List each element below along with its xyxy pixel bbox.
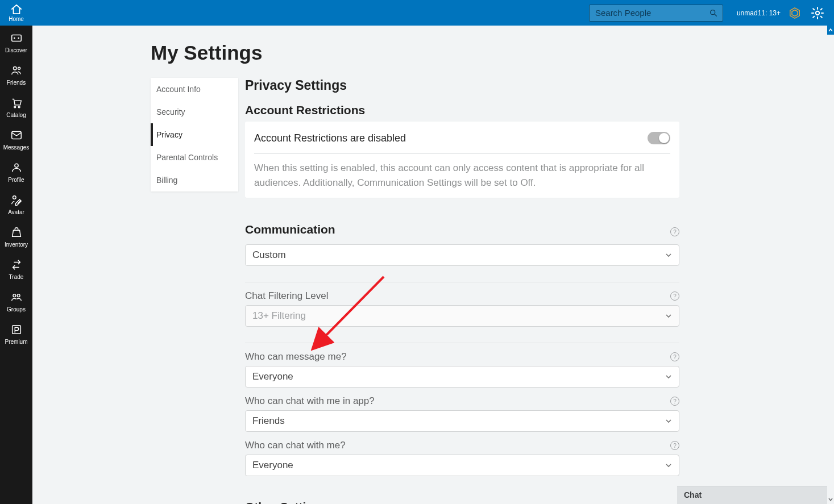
sidebar-item-profile[interactable]: Profile <box>0 161 32 183</box>
who-can-message-select[interactable]: Everyone <box>245 366 679 388</box>
svg-point-9 <box>18 67 20 69</box>
friends-icon <box>10 64 23 77</box>
divider <box>245 343 679 343</box>
sidebar-item-discover[interactable]: Discover <box>0 31 32 53</box>
home-label: Home <box>9 16 24 22</box>
chat-filtering-label: Chat Filtering Level <box>245 290 328 302</box>
settings-content: Privacy Settings Account Restrictions Ac… <box>245 78 679 504</box>
user-age-label[interactable]: unmad11: 13+ <box>737 9 781 17</box>
trade-icon <box>10 258 23 272</box>
svg-point-16 <box>17 294 20 297</box>
svg-point-6 <box>13 38 15 39</box>
other-settings-heading: Other Settings <box>245 500 679 504</box>
communication-mode-value: Custom <box>252 249 286 261</box>
who-can-chat-value: Everyone <box>252 460 293 471</box>
sidebar-item-avatar[interactable]: Avatar <box>0 193 32 215</box>
chevron-down-icon <box>665 373 672 380</box>
home-icon <box>10 3 23 15</box>
account-restrictions-card: Account Restrictions are disabled When t… <box>245 122 679 198</box>
settings-nav: Account Info Security Privacy Parental C… <box>151 78 238 191</box>
svg-point-8 <box>13 67 16 70</box>
search-box[interactable] <box>589 5 723 22</box>
who-can-chat-app-select[interactable]: Friends <box>245 410 679 432</box>
communication-heading: Communication <box>245 223 335 236</box>
account-restrictions-status: Account Restrictions are disabled <box>254 132 406 144</box>
svg-point-15 <box>13 294 15 297</box>
inventory-icon <box>10 226 23 239</box>
home-button[interactable]: Home <box>0 0 32 26</box>
sidebar-item-messages[interactable]: Messages <box>0 128 32 151</box>
sidebar-item-label: Messages <box>3 144 30 151</box>
scroll-down-icon[interactable] <box>827 495 834 504</box>
divider <box>245 282 679 282</box>
sidebar-item-catalog[interactable]: Catalog <box>0 96 32 118</box>
settings-nav-security[interactable]: Security <box>151 101 238 123</box>
communication-mode-select[interactable]: Custom <box>245 244 679 266</box>
avatar-icon <box>10 193 23 207</box>
svg-point-4 <box>816 11 819 14</box>
svg-point-0 <box>711 10 715 14</box>
sidebar-item-label: Avatar <box>8 209 24 215</box>
sidebar: Discover Friends Catalog Messages Profil… <box>0 26 32 504</box>
sidebar-item-label: Profile <box>8 177 24 183</box>
svg-point-10 <box>14 106 15 108</box>
messages-icon <box>10 128 23 142</box>
who-can-chat-app-value: Friends <box>252 415 285 427</box>
sidebar-item-label: Groups <box>7 306 26 313</box>
help-icon[interactable]: ? <box>670 441 679 450</box>
settings-nav-account-info[interactable]: Account Info <box>151 78 238 101</box>
sidebar-item-friends[interactable]: Friends <box>0 64 32 86</box>
who-can-message-value: Everyone <box>252 371 293 382</box>
who-can-chat-select[interactable]: Everyone <box>245 455 679 476</box>
robux-icon[interactable] <box>787 5 802 22</box>
sidebar-item-premium[interactable]: Premium <box>0 323 32 345</box>
settings-nav-privacy[interactable]: Privacy <box>151 123 238 146</box>
main-content: My Settings Account Info Security Privac… <box>32 26 827 504</box>
chat-filtering-select[interactable]: 13+ Filtering <box>245 305 679 327</box>
profile-icon <box>10 161 23 174</box>
sidebar-item-label: Friends <box>7 80 26 86</box>
divider <box>254 153 670 154</box>
settings-gear-icon[interactable] <box>809 5 826 22</box>
sidebar-item-groups[interactable]: Groups <box>0 290 32 313</box>
svg-marker-2 <box>790 7 800 18</box>
sidebar-item-label: Inventory <box>5 241 28 248</box>
svg-point-11 <box>18 106 20 108</box>
scrollbar[interactable] <box>827 26 834 504</box>
discover-icon <box>10 31 23 45</box>
sidebar-item-trade[interactable]: Trade <box>0 258 32 280</box>
sidebar-item-label: Catalog <box>6 112 26 118</box>
help-icon[interactable]: ? <box>670 227 679 236</box>
settings-nav-parental-controls[interactable]: Parental Controls <box>151 146 238 169</box>
help-icon[interactable]: ? <box>670 352 679 361</box>
chevron-down-icon <box>665 418 672 424</box>
sidebar-item-label: Trade <box>9 274 24 280</box>
help-icon[interactable]: ? <box>670 397 679 406</box>
svg-marker-3 <box>792 10 798 16</box>
scroll-up-icon[interactable] <box>827 26 834 35</box>
svg-rect-5 <box>11 35 21 41</box>
chat-panel[interactable]: Chat <box>677 486 827 504</box>
svg-rect-12 <box>11 132 21 139</box>
who-can-chat-app-label: Who can chat with me in app? <box>245 395 375 407</box>
search-input[interactable] <box>594 7 709 18</box>
svg-point-14 <box>13 196 15 199</box>
search-icon <box>709 9 718 18</box>
topbar: Home unmad11: 13+ <box>0 0 834 26</box>
svg-point-13 <box>14 164 18 167</box>
chevron-down-icon <box>665 462 672 469</box>
groups-icon <box>10 290 23 304</box>
help-icon[interactable]: ? <box>670 291 679 301</box>
sidebar-item-inventory[interactable]: Inventory <box>0 226 32 248</box>
chat-filtering-value: 13+ Filtering <box>252 310 306 322</box>
account-restrictions-description: When this setting is enabled, this accou… <box>254 161 670 190</box>
sidebar-item-label: Discover <box>5 47 27 53</box>
chevron-down-icon <box>665 313 672 319</box>
chat-panel-label: Chat <box>684 490 702 499</box>
who-can-chat-label: Who can chat with me? <box>245 440 346 451</box>
premium-icon <box>10 323 23 336</box>
account-restrictions-toggle[interactable] <box>648 132 670 144</box>
settings-nav-billing[interactable]: Billing <box>151 169 238 191</box>
sidebar-item-label: Premium <box>5 339 27 345</box>
catalog-icon <box>10 96 23 110</box>
